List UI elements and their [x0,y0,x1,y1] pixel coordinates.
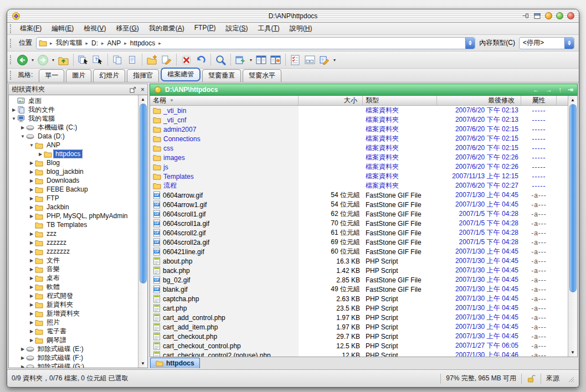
view-style-tab-4[interactable]: 檔案總管 [161,68,201,81]
breadcrumb-segment[interactable]: D: [91,39,99,47]
table-row[interactable]: css檔案資料夾2007/6/20 下午 02:15----- [150,143,568,153]
tree-item[interactable]: ▶新增資料夾 [10,309,138,318]
chevron-closed-icon[interactable]: ▶ [20,347,25,352]
chevron-closed-icon[interactable]: ▶ [29,293,34,298]
chevron-closed-icon[interactable]: ▶ [20,125,25,130]
table-row[interactable]: Templates檔案資料夾2007/11/13 上午 12:15----- [150,172,568,181]
tree-item[interactable]: ▶桌布 [10,274,138,282]
breadcrumb-spinner[interactable] [465,38,475,49]
chevron-closed-icon[interactable]: ▶ [29,169,34,174]
table-row[interactable]: Connections檔案資料夾2007/6/20 下午 02:15----- [150,134,568,143]
chevron-closed-icon[interactable]: ▶ [29,302,34,307]
tree-item[interactable]: ▼Data (D:) [10,132,138,141]
back-button[interactable] [16,53,29,67]
undo-button[interactable] [194,53,208,67]
view-style-tab-1[interactable]: 圖片 [66,69,91,82]
breadcrumb-segment[interactable]: httpdocs [130,39,156,47]
forward-button[interactable] [36,53,50,67]
column-header-name[interactable]: 名稱▼ [150,96,299,105]
table-row[interactable]: _vti_bin檔案資料夾2007/6/20 下午 02:13----- [150,106,568,115]
chevron-closed-icon[interactable]: ▶ [29,285,34,290]
scroll-down-icon[interactable]: ▼ [568,348,577,357]
new-folder-button[interactable] [145,53,159,67]
tree-item[interactable]: ▶zzzzzz [10,238,138,247]
tree-item[interactable]: ▶FEBE Backup [10,185,138,194]
tree-item[interactable]: ▶卸除式磁碟 (F:) [10,353,138,362]
menu-item-t[interactable]: 工具(T) [253,23,284,34]
file-list-scrollbar-thumb[interactable] [569,104,577,292]
chevron-closed-icon[interactable]: ▶ [29,311,34,316]
table-row[interactable]: cart_add_item.php1.97 KBPHP Script2007/1… [150,322,568,332]
menu-bar-grip[interactable] [10,24,12,33]
chevron-closed-icon[interactable]: ▶ [20,364,25,368]
file-list-scrollbar[interactable]: ▲ ▼ [568,96,577,357]
table-row[interactable]: _vti_cnf檔案資料夾2007/6/20 下午 02:13----- [150,115,568,125]
back-dropdown-icon[interactable]: ▾ [30,58,35,63]
tree-item[interactable]: ▶Downloads [10,176,138,185]
title-bar[interactable]: D:\ANP\httpdocs [7,9,579,23]
tree-item[interactable]: ▼ANP [10,141,138,149]
table-row[interactable]: GIF0604scroll2a.gif69 位元組FastStone GIF F… [150,238,568,247]
chevron-closed-icon[interactable]: ▶ [29,267,34,272]
copy-button[interactable] [111,53,125,67]
table-row[interactable]: js檔案資料夾2007/6/20 下午 02:26----- [150,162,568,172]
chevron-closed-icon[interactable]: ▶ [20,355,25,360]
tree-item[interactable]: ▼我的電腦 [10,114,138,123]
maximize-button[interactable] [556,12,563,19]
table-row[interactable]: cart_checkout.php29.7 KBPHP Script2007/1… [150,332,568,341]
table-row[interactable]: 流程檔案資料夾2007/6/20 下午 02:27----- [150,181,568,190]
lock-status[interactable] [521,374,541,384]
style-bar-grip[interactable] [10,71,12,80]
menu-item-f[interactable]: 檔案(F) [15,23,47,34]
tree-item[interactable]: ▶Blog [10,158,138,167]
chevron-closed-icon[interactable]: ▶ [29,249,34,254]
select-list-button[interactable] [289,53,302,67]
forward-dropdown-icon[interactable]: ▾ [50,58,56,63]
folder-up-button[interactable] [56,53,70,67]
tree-item[interactable]: ▶PHP, MySQL, phpMyAdmin [10,212,138,220]
tree-scrollbar-thumb[interactable] [140,104,147,283]
tree-item[interactable]: TB Templates [10,220,138,229]
view-style-tab-6[interactable]: 雙窗水平 [243,69,281,82]
menu-item-g[interactable]: 移至(G) [111,23,143,34]
view-style-tab-5[interactable]: 雙窗垂直 [202,69,241,82]
tree-item[interactable]: ▶卸除式磁碟 (G:) [10,362,138,368]
tree-item[interactable]: ▶Jackbin [10,203,138,212]
column-header-mod[interactable]: 最後修改 [437,96,521,105]
chevron-closed-icon[interactable]: ▶ [29,240,34,245]
pin-window-button[interactable] [522,12,530,20]
column-header-size[interactable]: 大小 [299,96,363,105]
resize-grip[interactable] [567,375,574,383]
tree-item[interactable]: 桌面 [10,96,138,105]
tree-item[interactable]: ▶zzzzzzz [10,247,138,256]
table-row[interactable]: GIF0604arrow1.gif54 位元組FastStone GIF Fil… [150,200,568,209]
table-row[interactable]: cart_checkout_control.php12.5 KBPHP Scri… [150,341,568,350]
view-style-tab-0[interactable]: 單一 [39,69,64,82]
nav-forward-icon[interactable]: → [546,86,552,94]
tree-item[interactable]: ▶zzz [10,229,138,238]
tree-item[interactable]: ▶軟體 [10,282,138,291]
undock-panel-icon[interactable] [130,86,136,93]
tree-item[interactable]: ▶鋼琴譜 [10,336,138,344]
chevron-closed-icon[interactable]: ▶ [29,178,34,183]
tree-item[interactable]: ▶我的文件 [10,105,138,114]
tree-item[interactable]: ▶本機磁碟 (C:) [10,123,138,132]
swap-panels-button[interactable] [234,53,248,67]
tree-item[interactable]: ▶文件 [10,256,138,265]
menu-item-v[interactable]: 檢視(V) [79,23,111,34]
table-row[interactable]: GIF0604scroll1a.gif70 位元組FastStone GIF F… [150,219,568,228]
folder-tab-httpdocs[interactable]: httpdocs [150,358,200,368]
chevron-closed-icon[interactable]: ▶ [29,320,34,325]
duplicate-button[interactable] [125,53,139,67]
copy-to-button[interactable]: ? [91,53,105,67]
nav-up-icon[interactable]: ↑ [558,86,562,94]
column-header-type[interactable]: 類型 [363,96,437,105]
layout-button[interactable] [303,53,317,67]
table-row[interactable]: admin2007檔案資料夾2007/6/20 下午 02:15----- [150,125,568,134]
chevron-closed-icon[interactable]: ▶ [29,161,34,166]
tree-scrollbar[interactable]: ▲ ▼ [138,95,147,368]
tree-item[interactable]: ▶音樂 [10,265,138,274]
chevron-closed-icon[interactable]: ▶ [29,205,34,210]
chevron-closed-icon[interactable]: ▶ [29,329,34,334]
nav-back-icon[interactable]: ← [533,86,539,94]
